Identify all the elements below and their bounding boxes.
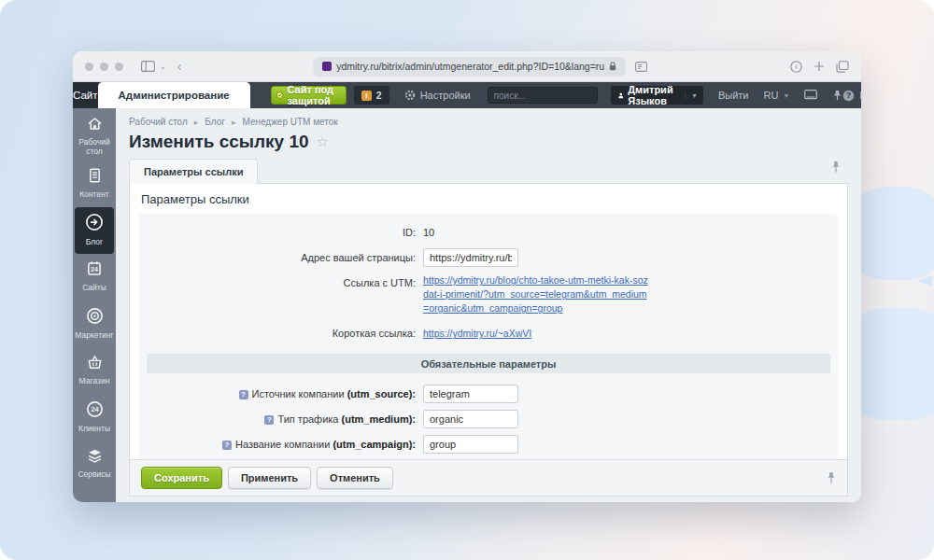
traffic-light-close[interactable] [85, 63, 93, 71]
breadcrumb-item[interactable]: Блог [205, 117, 225, 127]
sidebar-item-label: Маркетинг [75, 331, 113, 341]
user-name: Дмитрий Языков [628, 84, 677, 106]
sidebar-item-desktop[interactable]: Рабочий стол [73, 112, 116, 161]
reader-icon[interactable] [635, 62, 647, 72]
sidebar-toggle-icon[interactable] [141, 61, 155, 72]
tab-link-params[interactable]: Параметры ссылки [129, 159, 258, 184]
address-bar[interactable]: ydmitry.ru/bitrix/admin/utmgenerator_edi… [313, 57, 626, 77]
favorite-star-icon[interactable]: ☆ [317, 133, 329, 150]
form-panel: Параметры ссылки ID: 10 Адрес вашей стра… [129, 183, 848, 497]
svg-text:24: 24 [91, 405, 99, 413]
utm-link[interactable]: https://ydmitry.ru/blog/chto-takoe-utm-m… [423, 273, 649, 316]
desktop-view-button[interactable] [804, 90, 817, 101]
sidebar-item-sites[interactable]: 24Сайты [73, 254, 116, 301]
save-button[interactable]: Сохранить [141, 467, 222, 489]
page-address-label: Адрес вашей страницы: [139, 248, 423, 267]
svg-text:i: i [796, 63, 798, 71]
notifications-button[interactable]: i 2 [354, 86, 389, 105]
monitor-icon [804, 90, 817, 101]
breadcrumb-item[interactable]: Менеджер UTM меток [242, 117, 337, 127]
page-title: Изменить ссылку 10 [129, 132, 309, 152]
sidebar-item-label: Блог [86, 238, 103, 247]
id-value: 10 [423, 223, 838, 242]
target-icon [86, 307, 104, 329]
browser-window: ⌄ ‹ ydmitry.ru/bitrix/admin/utmgenerator… [73, 51, 861, 502]
search-input[interactable] [494, 91, 617, 101]
arrow-circle-icon [85, 213, 104, 235]
breadcrumb: Рабочий стол▸Блог▸Менеджер UTM меток [116, 108, 861, 130]
chevron-down-icon[interactable]: ⌄ [160, 63, 166, 71]
sidebar-item-label: Рабочий стол [74, 138, 115, 157]
svg-text:?: ? [846, 91, 851, 100]
document-icon [87, 167, 103, 188]
notification-count: 2 [376, 90, 382, 101]
help-button[interactable]: ? Помощь [842, 90, 861, 102]
cancel-button[interactable]: Отменить [317, 467, 393, 489]
caret-down-icon: ▼ [783, 92, 789, 99]
browser-toolbar: ⌄ ‹ ydmitry.ru/bitrix/admin/utmgenerator… [73, 51, 861, 82]
utm-link-label: Ссылка с UTM: [139, 273, 423, 292]
pin-icon [832, 90, 842, 101]
required-params-section: Обязательные параметры [147, 354, 830, 373]
home-icon [86, 116, 104, 135]
sidebar-item-label: Сервисы [78, 470, 110, 480]
url-text: ydmitry.ru/bitrix/admin/utmgenerator_edi… [336, 61, 604, 72]
language-selector[interactable]: RU ▼ [764, 90, 790, 101]
short-link[interactable]: https://ydmitry.ru/~aXwVI [423, 327, 531, 341]
traffic-light-zoom[interactable] [115, 63, 123, 71]
admin-sidebar: Рабочий столКонтентБлог24СайтыМаркетингМ… [73, 108, 116, 502]
svg-text:24: 24 [91, 267, 98, 273]
sidebar-item-clients[interactable]: 24Клиенты [73, 394, 116, 441]
layers-icon [86, 448, 104, 468]
user-menu[interactable]: Дмитрий Языков ▼ [611, 86, 703, 105]
breadcrumb-item[interactable]: Рабочий стол [129, 117, 188, 127]
traffic-light-minimize[interactable] [100, 63, 108, 71]
sidebar-item-label: Клиенты [78, 425, 110, 434]
id-label: ID: [139, 223, 423, 242]
admin-search[interactable] [488, 87, 598, 104]
new-tab-icon[interactable] [814, 61, 825, 72]
sidebar-item-label: Магазин [79, 377, 110, 386]
pin-footer-icon[interactable] [827, 471, 836, 484]
logout-link[interactable]: Выйти [718, 90, 749, 101]
sidebar-item-shop[interactable]: Магазин [73, 347, 116, 394]
settings-button[interactable]: Настройки [404, 90, 471, 101]
sidebar-item-services[interactable]: Сервисы [73, 441, 116, 487]
sidebar-item-marketing[interactable]: Маркетинг [73, 301, 116, 347]
site-favicon [322, 62, 332, 71]
admin-top-nav: Сайт Администрирование Сайт под защитой … [73, 82, 861, 108]
breadcrumb-separator-icon: ▸ [232, 118, 236, 127]
sidebar-item-blog[interactable]: Блог [75, 207, 114, 254]
help-tooltip-icon[interactable]: ? [239, 390, 248, 399]
apply-button[interactable]: Применить [228, 467, 311, 489]
pin-nav-button[interactable] [832, 90, 842, 101]
decor-arrow [919, 275, 932, 287]
notification-icon: i [361, 91, 372, 101]
param-input-utm_campaign[interactable] [423, 435, 518, 454]
info-icon[interactable]: i [790, 61, 802, 73]
user-caret-icon[interactable]: ▼ [685, 92, 703, 99]
link-params-form: ID: 10 Адрес вашей страницы: Ссылка с UT… [139, 214, 838, 459]
param-row-utm_campaign: ?Название компании (utm_campaign): [139, 435, 838, 454]
help-tooltip-icon[interactable]: ? [222, 441, 232, 450]
calendar-24-icon: 24 [86, 260, 103, 281]
param-input-utm_source[interactable] [423, 385, 518, 403]
user-icon [618, 91, 624, 101]
param-input-utm_medium[interactable] [423, 410, 518, 428]
lock-icon [609, 62, 616, 71]
site-protected-button[interactable]: Сайт под защитой [271, 86, 347, 105]
pin-panel-icon[interactable] [831, 161, 841, 177]
gear-icon [404, 90, 416, 101]
param-label-utm_campaign: ?Название компании (utm_campaign): [139, 435, 423, 454]
tab-overview-icon[interactable] [836, 61, 849, 73]
page-address-input[interactable] [423, 248, 518, 267]
form-footer: Сохранить Применить Отменить [130, 459, 847, 496]
help-tooltip-icon[interactable]: ? [264, 415, 274, 425]
tab-admin[interactable]: Администрирование [98, 82, 250, 108]
sidebar-item-content[interactable]: Контент [73, 161, 116, 207]
param-label-utm_source: ?Источник компании (utm_source): [139, 385, 423, 403]
main-content: Рабочий стол▸Блог▸Менеджер UTM меток Изм… [116, 108, 861, 502]
help-icon: ? [842, 90, 855, 102]
breadcrumb-separator-icon: ▸ [194, 118, 199, 127]
tab-site[interactable]: Сайт [73, 82, 98, 108]
